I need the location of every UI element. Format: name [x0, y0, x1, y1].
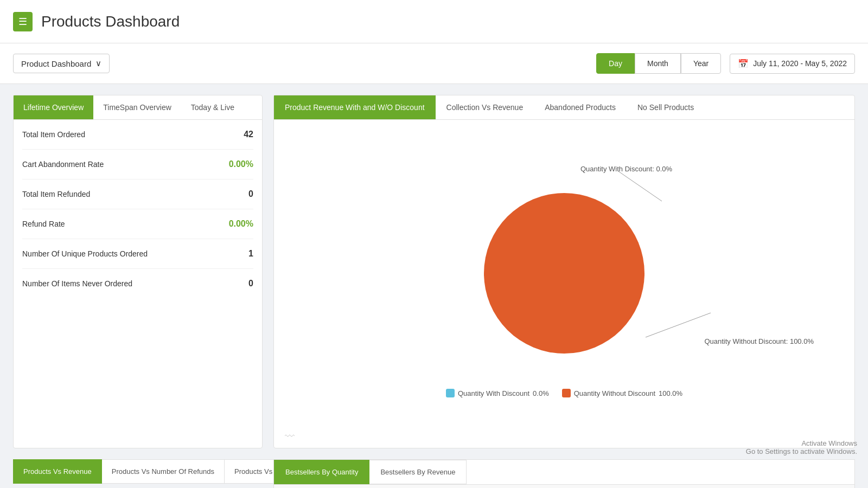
- tab-collection-revenue[interactable]: Collection Vs Revenue: [436, 95, 534, 119]
- right-tabs: Product Revenue With and W/O Discount Co…: [274, 95, 854, 120]
- dashboard-selector-label: Product Dashboard: [21, 59, 91, 68]
- stat-label: Number Of Unique Products Ordered: [22, 249, 148, 258]
- stat-total-item-ordered: Total Item Ordered 42: [22, 120, 253, 150]
- tab-product-revenue[interactable]: Product Revenue With and W/O Discount: [274, 95, 436, 119]
- legend-dot-orange: [562, 389, 571, 397]
- stat-value: 0.00%: [229, 219, 253, 229]
- dashboard-selector[interactable]: Product Dashboard ∨: [13, 54, 110, 73]
- time-btn-month[interactable]: Month: [635, 53, 681, 74]
- legend-value: 100.0%: [659, 389, 682, 397]
- scroll-hint-icon: 〰: [285, 431, 295, 442]
- chart-legend: Quantity With Discount 0.0% Quantity Wit…: [446, 389, 682, 397]
- left-tabs: Lifetime Overview TimeSpan Overview Toda…: [14, 95, 262, 120]
- svg-line-2: [646, 313, 711, 337]
- app-title: Products Dashboard: [41, 13, 180, 30]
- stats-list: Total Item Ordered 42 Cart Abandonment R…: [14, 120, 262, 448]
- bottom-tab-revenue[interactable]: Products Vs Revenue: [13, 459, 102, 484]
- bottom-left-panel: Products Vs Revenue Products Vs Number O…: [13, 459, 263, 488]
- stat-label: Total Item Ordered: [22, 130, 85, 139]
- bottom-right-panel: Bestsellers By Quantity Bestsellers By R…: [273, 459, 855, 488]
- stat-label: Number Of Items Never Ordered: [22, 279, 132, 288]
- date-range-picker[interactable]: 📅 July 11, 2020 - May 5, 2022: [730, 54, 855, 74]
- menu-icon[interactable]: ☰: [13, 12, 33, 31]
- bottom-left-tabs: Products Vs Revenue Products Vs Number O…: [13, 459, 263, 484]
- bestsellers-tab-quantity[interactable]: Bestsellers By Quantity: [274, 460, 369, 484]
- tab-timespan-overview[interactable]: TimeSpan Overview: [93, 95, 181, 119]
- stat-total-refunded: Total Item Refunded 0: [22, 179, 253, 209]
- right-panel: Product Revenue With and W/O Discount Co…: [273, 95, 855, 448]
- stat-value: 42: [244, 130, 253, 139]
- table-header: Name Sku Qty Ordered: [274, 484, 854, 488]
- stat-cart-abandonment: Cart Abandonment Rate 0.00%: [22, 150, 253, 179]
- stat-refund-rate: Refund Rate 0.00%: [22, 209, 253, 239]
- stat-label: Cart Abandonment Rate: [22, 160, 104, 169]
- legend-dot-blue: [446, 389, 455, 397]
- stat-value: 0: [248, 279, 253, 288]
- chart-label-without-discount: Quantity Without Discount: 100.0%: [704, 337, 814, 345]
- chevron-down-icon: ∨: [95, 59, 101, 68]
- legend-label: Quantity Without Discount: [574, 389, 655, 397]
- stat-unique-products: Number Of Unique Products Ordered 1: [22, 239, 253, 269]
- app-header: ☰ Products Dashboard: [0, 0, 868, 43]
- tab-no-sell-products[interactable]: No Sell Products: [627, 95, 705, 119]
- tab-today-live[interactable]: Today & Live: [181, 95, 244, 119]
- calendar-icon: 📅: [738, 59, 749, 69]
- legend-label: Quantity With Discount: [458, 389, 529, 397]
- stat-label: Total Item Refunded: [22, 190, 90, 198]
- legend-without-discount: Quantity Without Discount 100.0%: [562, 389, 682, 397]
- svg-line-0: [618, 171, 662, 201]
- stat-value: 0: [248, 189, 253, 199]
- tab-lifetime-overview[interactable]: Lifetime Overview: [14, 95, 93, 119]
- bottom-section: Products Vs Revenue Products Vs Number O…: [0, 459, 868, 488]
- svg-point-1: [484, 193, 644, 354]
- bottom-tab-refunds[interactable]: Products Vs Number Of Refunds: [102, 459, 225, 484]
- bestsellers-tab-revenue[interactable]: Bestsellers By Revenue: [369, 460, 467, 484]
- bestsellers-tabs: Bestsellers By Quantity Bestsellers By R…: [274, 460, 854, 484]
- chart-line-bottom: [646, 307, 732, 340]
- stat-never-ordered: Number Of Items Never Ordered 0: [22, 269, 253, 298]
- time-btn-day[interactable]: Day: [596, 53, 635, 74]
- time-controls: Day Month Year 📅 July 11, 2020 - May 5, …: [596, 53, 855, 74]
- main-content: Lifetime Overview TimeSpan Overview Toda…: [0, 84, 868, 459]
- legend-value: 0.0%: [533, 389, 549, 397]
- tab-abandoned-products[interactable]: Abandoned Products: [534, 95, 627, 119]
- pie-chart: [483, 192, 646, 355]
- stat-value: 1: [248, 249, 253, 259]
- stat-value: 0.00%: [229, 159, 253, 169]
- time-btn-year[interactable]: Year: [681, 53, 721, 74]
- chart-area: Quantity With Discount: 0.0% Quantity Wi…: [274, 120, 854, 448]
- date-range-label: July 11, 2020 - May 5, 2022: [753, 59, 847, 68]
- legend-with-discount: Quantity With Discount 0.0%: [446, 389, 549, 397]
- chart-line-top: [618, 171, 684, 204]
- bestsellers-panel: Bestsellers By Quantity Bestsellers By R…: [273, 459, 855, 488]
- stat-label: Refund Rate: [22, 220, 65, 228]
- toolbar: Product Dashboard ∨ Day Month Year 📅 Jul…: [0, 43, 868, 84]
- left-panel: Lifetime Overview TimeSpan Overview Toda…: [13, 95, 263, 448]
